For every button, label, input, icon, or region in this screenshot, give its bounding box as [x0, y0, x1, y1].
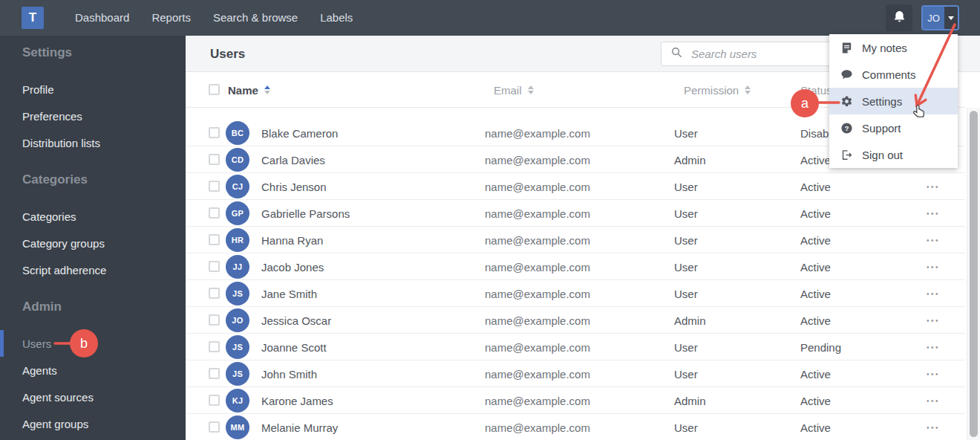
table-row: JJ Jacob Jones name@example.com User Act…	[186, 253, 965, 280]
svg-text:?: ?	[844, 124, 849, 132]
cell-permission: Admin	[674, 307, 706, 334]
row-checkbox[interactable]	[209, 261, 220, 272]
sidebar-item-users[interactable]: Users	[0, 330, 186, 357]
cell-permission: Admin	[674, 146, 706, 173]
table-row: KJ Karone James name@example.com Admin A…	[186, 387, 965, 414]
sidebar-item-distribution-lists[interactable]: Distribution lists	[0, 129, 186, 156]
more-icon[interactable]: •••	[927, 307, 940, 334]
sidebar-item-label: Agent sources	[22, 391, 94, 404]
app-logo[interactable]: T	[22, 7, 44, 29]
more-icon[interactable]: •••	[927, 280, 940, 307]
sidebar-item-script-adherence[interactable]: Script adherence	[0, 256, 186, 283]
cell-permission: User	[674, 200, 698, 227]
nav-item-search-browse[interactable]: Search & browse	[202, 0, 309, 36]
row-checkbox[interactable]	[209, 181, 220, 192]
cell-status: Active	[800, 307, 831, 334]
column-header-permission[interactable]: Permission	[684, 72, 751, 108]
nav-item-dashboard[interactable]: Dashboard	[64, 0, 140, 36]
more-icon[interactable]: •••	[927, 227, 940, 253]
avatar: MM	[226, 415, 249, 439]
cell-status: Active	[800, 253, 831, 280]
cell-name: Blake Cameron	[261, 120, 338, 146]
row-checkbox[interactable]	[209, 127, 220, 138]
top-navbar: T DashboardReportsSearch & browseLabels …	[0, 0, 980, 36]
more-icon[interactable]: •••	[927, 360, 940, 387]
cell-email: name@example.com	[485, 360, 590, 387]
sign-out-icon	[840, 148, 853, 161]
menu-item-sign-out[interactable]: Sign out	[829, 141, 958, 168]
cell-status: Active	[800, 227, 831, 253]
nav-item-labels[interactable]: Labels	[309, 0, 364, 36]
more-icon[interactable]: •••	[927, 173, 940, 200]
avatar: JS	[226, 282, 249, 305]
more-icon[interactable]: •••	[927, 414, 940, 440]
avatar: KJ	[226, 389, 249, 412]
more-icon[interactable]: •••	[927, 253, 940, 280]
more-icon[interactable]: •••	[927, 334, 940, 360]
more-icon[interactable]: •••	[927, 200, 940, 227]
help-icon: ?	[840, 121, 853, 135]
sidebar-item-profile[interactable]: Profile	[0, 76, 186, 103]
row-checkbox[interactable]	[209, 421, 220, 433]
cell-name: Jacob Jones	[261, 253, 324, 280]
sidebar-item-category-groups[interactable]: Category groups	[0, 230, 186, 256]
row-checkbox[interactable]	[209, 368, 220, 379]
avatar: JJ	[226, 255, 249, 279]
cell-email: name@example.com	[485, 173, 590, 200]
row-checkbox[interactable]	[209, 207, 220, 219]
sidebar-item-agent-sources[interactable]: Agent sources	[0, 384, 186, 410]
sidebar-item-label: Users	[22, 337, 51, 350]
cell-name: Jane Smith	[261, 280, 317, 307]
cell-permission: User	[674, 120, 698, 146]
table-row: CJ Chris Jenson name@example.com User Ac…	[186, 173, 965, 200]
notifications-button[interactable]	[886, 4, 912, 31]
menu-item-support[interactable]: ? Support	[829, 114, 958, 141]
more-icon[interactable]: •••	[927, 387, 940, 414]
note-icon	[840, 41, 853, 54]
sidebar-item-categories[interactable]: Categories	[0, 203, 186, 230]
menu-item-settings[interactable]: Settings	[829, 88, 958, 114]
nav-item-reports[interactable]: Reports	[140, 0, 202, 36]
table-row: JS Joanne Scott name@example.com User Pe…	[186, 334, 965, 360]
cell-name: Carla Davies	[261, 146, 325, 173]
column-header-name[interactable]: Name	[228, 72, 270, 108]
avatar: JS	[226, 335, 249, 359]
row-checkbox[interactable]	[209, 341, 220, 352]
avatar: JO	[226, 308, 249, 332]
user-menu-button[interactable]: JO	[921, 5, 959, 30]
row-checkbox[interactable]	[209, 234, 220, 245]
avatar: CD	[226, 148, 249, 172]
cell-status: Active	[800, 146, 831, 173]
sidebar-item-agents[interactable]: Agents	[0, 357, 186, 384]
avatar: BC	[226, 121, 249, 145]
bell-icon	[892, 10, 906, 27]
sidebar-section-header-settings: Settings	[0, 42, 186, 64]
row-checkbox[interactable]	[209, 154, 220, 165]
cell-email: name@example.com	[485, 307, 590, 334]
cell-status: Active	[800, 173, 831, 200]
table-row: JO Jessica Oscar name@example.com Admin …	[186, 307, 965, 334]
select-all-checkbox[interactable]	[209, 84, 220, 95]
sidebar-item-label: Script adherence	[22, 264, 106, 276]
menu-item-my-notes[interactable]: My notes	[829, 34, 958, 61]
sidebar-item-preferences[interactable]: Preferences	[0, 103, 186, 129]
column-header-email[interactable]: Email	[494, 72, 534, 108]
sort-icon	[745, 85, 751, 94]
sidebar-item-label: Categories	[22, 210, 76, 223]
row-checkbox[interactable]	[209, 395, 220, 406]
comment-icon	[840, 68, 853, 81]
user-menu-caret[interactable]	[944, 7, 958, 29]
cell-status: Active	[800, 387, 831, 414]
sort-icon	[528, 85, 534, 94]
menu-item-comments[interactable]: Comments	[829, 61, 958, 88]
cell-email: name@example.com	[485, 120, 590, 146]
cell-permission: Admin	[674, 387, 706, 414]
sidebar-item-agent-groups[interactable]: Agent groups	[0, 410, 186, 437]
sidebar-item-label: Profile	[22, 83, 54, 96]
cell-name: Chris Jenson	[261, 173, 327, 200]
scrollbar-track	[967, 108, 980, 440]
sidebar-section-header-admin: Admin	[0, 296, 186, 318]
row-checkbox[interactable]	[209, 288, 220, 299]
row-checkbox[interactable]	[209, 314, 220, 326]
scrollbar-thumb[interactable]	[970, 111, 978, 437]
